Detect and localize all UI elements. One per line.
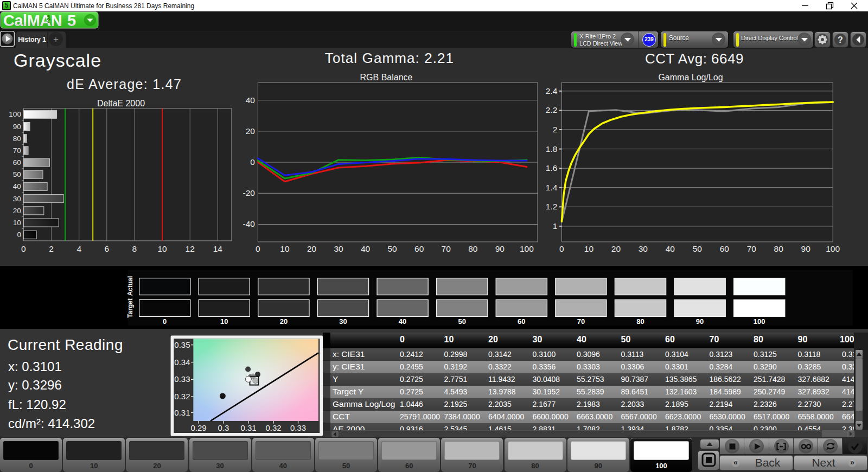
svg-text:0.31: 0.31	[240, 423, 256, 432]
svg-text:100: 100	[754, 317, 765, 326]
svg-text:80: 80	[468, 244, 478, 253]
svg-text:40: 40	[246, 95, 256, 105]
svg-text:50: 50	[693, 244, 703, 253]
svg-text:20: 20	[280, 317, 288, 326]
svg-text:0: 0	[559, 244, 564, 253]
svg-text:DeltaE 2000: DeltaE 2000	[97, 99, 145, 108]
svg-text:50: 50	[387, 244, 397, 253]
svg-text:Gamma Log/Log: Gamma Log/Log	[658, 73, 723, 82]
svg-text:10: 10	[13, 219, 21, 227]
svg-text:0.35: 0.35	[174, 340, 190, 349]
svg-text:1.4: 1.4	[546, 183, 558, 192]
svg-text:0.34: 0.34	[174, 358, 190, 367]
svg-text:8: 8	[132, 244, 137, 253]
svg-text:90: 90	[696, 317, 704, 326]
svg-text:60: 60	[518, 317, 525, 326]
svg-text:1.2: 1.2	[546, 202, 558, 211]
svg-text:0.32: 0.32	[265, 423, 281, 432]
svg-text:30: 30	[13, 195, 21, 203]
svg-text:4: 4	[76, 244, 81, 253]
svg-text:40: 40	[399, 317, 406, 326]
svg-text:40: 40	[13, 182, 21, 190]
svg-text:2: 2	[553, 125, 558, 134]
svg-text:2.2: 2.2	[546, 105, 558, 114]
svg-text:Target: Target	[126, 298, 134, 318]
svg-text:60: 60	[414, 244, 424, 253]
svg-text:90: 90	[495, 244, 505, 253]
svg-text:20: 20	[246, 126, 256, 136]
svg-text:0.3: 0.3	[218, 423, 229, 432]
svg-text:90: 90	[13, 123, 21, 131]
svg-text:1.6: 1.6	[546, 163, 558, 173]
svg-text:100: 100	[826, 244, 840, 253]
svg-text:40: 40	[361, 244, 371, 253]
svg-text:70: 70	[577, 317, 585, 326]
svg-text:30: 30	[339, 317, 347, 326]
svg-text:6: 6	[104, 244, 109, 253]
svg-text:0: 0	[256, 244, 260, 253]
svg-text:20: 20	[307, 244, 317, 253]
svg-text:100: 100	[520, 244, 534, 253]
svg-text:0.32: 0.32	[174, 392, 190, 401]
svg-text:30: 30	[639, 244, 648, 253]
svg-text:12: 12	[186, 244, 195, 253]
svg-text:10: 10	[220, 317, 228, 326]
svg-text:80: 80	[636, 317, 644, 326]
svg-text:60: 60	[13, 158, 21, 167]
svg-text:80: 80	[13, 135, 21, 143]
svg-text:10: 10	[280, 244, 290, 253]
svg-text:1: 1	[553, 221, 558, 231]
svg-text:0.33: 0.33	[174, 374, 190, 384]
svg-text:-40: -40	[242, 219, 255, 228]
svg-text:70: 70	[747, 244, 757, 253]
svg-text:50: 50	[13, 170, 21, 178]
svg-text:0.31: 0.31	[174, 408, 190, 417]
svg-text:1.8: 1.8	[546, 144, 558, 154]
svg-text:80: 80	[774, 244, 784, 253]
svg-text:RGB Balance: RGB Balance	[360, 73, 413, 82]
svg-text:100: 100	[9, 110, 21, 118]
svg-text:90: 90	[801, 244, 811, 253]
svg-text:-20: -20	[242, 188, 255, 197]
svg-text:0: 0	[250, 157, 255, 167]
svg-text:0.33: 0.33	[290, 423, 306, 432]
svg-text:40: 40	[666, 244, 675, 253]
svg-text:2.4: 2.4	[546, 86, 558, 95]
svg-text:20: 20	[13, 207, 21, 215]
svg-text:0: 0	[17, 231, 21, 239]
svg-text:60: 60	[720, 244, 730, 253]
svg-text:14: 14	[213, 244, 223, 253]
svg-text:50: 50	[458, 317, 465, 326]
svg-text:0.29: 0.29	[190, 423, 206, 432]
svg-text:0: 0	[21, 244, 26, 253]
svg-text:30: 30	[334, 244, 343, 253]
svg-text:20: 20	[611, 244, 621, 253]
svg-text:10: 10	[584, 244, 594, 253]
svg-text:Actual: Actual	[126, 276, 134, 296]
svg-text:70: 70	[442, 244, 451, 253]
svg-text:2: 2	[49, 244, 54, 253]
svg-text:10: 10	[157, 244, 167, 253]
svg-text:0: 0	[163, 317, 167, 326]
svg-text:70: 70	[13, 146, 21, 155]
